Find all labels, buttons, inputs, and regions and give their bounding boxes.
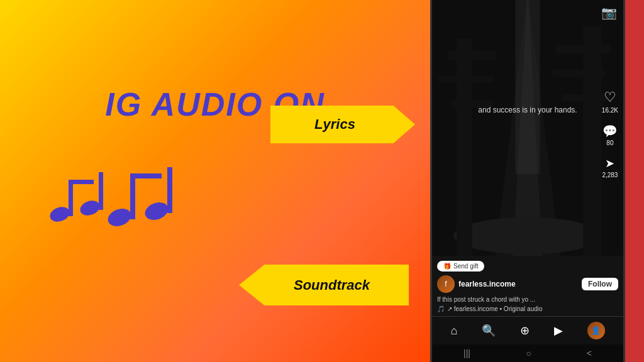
phone-bottom-info: 🎁 Send gift f fearless.income Follow If …	[432, 256, 623, 316]
svg-rect-15	[448, 51, 497, 60]
svg-point-3	[78, 198, 102, 218]
follow-button[interactable]: Follow	[582, 278, 618, 290]
svg-point-13	[453, 217, 601, 255]
svg-rect-14	[457, 38, 472, 256]
audio-icon: 🎵	[437, 305, 445, 312]
nav-bar: ⌂ 🔍 ⊕ ▶ 👤	[432, 316, 623, 344]
share-count: 2,283	[602, 172, 618, 178]
svg-point-0	[48, 204, 72, 224]
svg-point-5	[106, 206, 134, 229]
profile-avatar: 👤	[591, 326, 601, 335]
svg-rect-21	[562, 94, 608, 102]
svg-rect-18	[583, 26, 601, 256]
svg-rect-2	[69, 180, 94, 184]
user-info-row: f fearless.income Follow	[437, 275, 618, 293]
username-label[interactable]: fearless.income	[458, 280, 578, 288]
svg-rect-9	[167, 167, 172, 213]
left-panel: IG AUDIO ON	[0, 0, 430, 362]
lyrics-overlay: and success is in your hands.	[478, 106, 577, 114]
comment-icon[interactable]: 💬	[602, 124, 618, 138]
heart-icon[interactable]: ♡	[604, 89, 616, 106]
svg-rect-7	[130, 173, 162, 178]
nav-profile-icon[interactable]: 👤	[587, 322, 605, 339]
send-gift-label: Send gift	[453, 263, 478, 270]
share-icon-group[interactable]: ➤ 2,283	[602, 156, 618, 178]
gesture-menu-icon: |||	[464, 348, 470, 358]
gesture-home-icon: ○	[526, 348, 531, 358]
nav-home-icon[interactable]: ⌂	[450, 324, 457, 337]
red-side-bar	[625, 0, 644, 362]
svg-rect-4	[99, 172, 103, 210]
caption-text: If this post struck a chord with yo ...	[437, 296, 618, 303]
nav-reels-icon[interactable]: ▶	[554, 324, 563, 337]
svg-rect-22	[515, 0, 540, 174]
svg-rect-6	[130, 173, 135, 219]
audio-info[interactable]: 🎵 ↗ fearless.income • Original audio	[437, 305, 618, 312]
nav-search-icon[interactable]: 🔍	[482, 324, 496, 337]
gesture-back-icon: <	[587, 348, 592, 358]
side-action-icons: ♡ 16.2K 💬 80 ➤ 2,283	[602, 89, 618, 178]
soundtrack-arrow: Soundtrack	[239, 265, 409, 305]
user-avatar[interactable]: f	[437, 275, 455, 293]
comment-count: 80	[606, 140, 613, 146]
nav-create-icon[interactable]: ⊕	[520, 324, 530, 337]
gesture-bar: ||| ○ <	[432, 344, 623, 362]
share-icon[interactable]: ➤	[605, 156, 614, 170]
audio-label: ↗ fearless.income • Original audio	[447, 305, 543, 312]
phone-mockup: 📷 and success is in your hands. ♡ 16.2K …	[430, 0, 644, 362]
camera-icon[interactable]: 📷	[601, 5, 617, 20]
camera-icon-area[interactable]: 📷	[595, 0, 623, 23]
svg-rect-19	[555, 45, 611, 54]
send-gift-button[interactable]: 🎁 Send gift	[437, 260, 618, 275]
comment-icon-group[interactable]: 💬 80	[602, 124, 618, 146]
svg-point-8	[143, 199, 171, 222]
svg-rect-20	[552, 69, 604, 77]
like-icon-group[interactable]: ♡ 16.2K	[602, 89, 618, 114]
lyrics-arrow: Lyrics	[270, 106, 415, 143]
like-count: 16.2K	[602, 107, 618, 114]
lyrics-label: Lyrics	[314, 116, 355, 133]
gift-icon: 🎁	[443, 263, 451, 270]
svg-rect-1	[69, 180, 73, 216]
svg-rect-16	[438, 75, 494, 83]
music-notes-icon	[13, 142, 418, 251]
phone-screen: 📷 and success is in your hands. ♡ 16.2K …	[430, 0, 625, 362]
soundtrack-label: Soundtrack	[294, 277, 370, 293]
phone-video-area: 📷 and success is in your hands. ♡ 16.2K …	[432, 0, 623, 256]
